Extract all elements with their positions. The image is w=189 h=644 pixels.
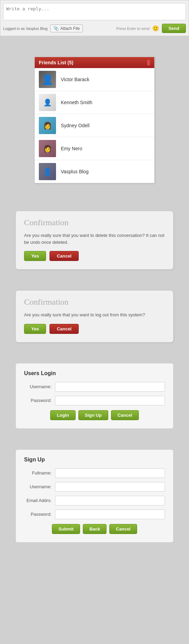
- confirm-yes-button-2[interactable]: Yes: [24, 324, 46, 334]
- login-cancel-button[interactable]: Cancel: [111, 410, 139, 420]
- list-item[interactable]: 👩 Sydney Odell: [35, 114, 154, 137]
- back-button[interactable]: Back: [83, 524, 107, 534]
- confirm-cancel-button-1[interactable]: Cancel: [49, 251, 79, 261]
- confirmation-title-1: Confirmation: [24, 218, 165, 227]
- reply-textarea[interactable]: [3, 3, 186, 20]
- confirmation-message-1: Are you really sure that you want to del…: [24, 232, 165, 245]
- username-label: Username:: [24, 384, 55, 389]
- login-buttons: Login Sign Up Cancel: [24, 410, 165, 420]
- friends-list-header: Friends List (5): [35, 57, 154, 68]
- attach-label: Attach File: [60, 26, 80, 31]
- friends-list-title: Friends List (5): [39, 60, 73, 65]
- confirmation-buttons-1: Yes Cancel: [24, 251, 165, 261]
- password-input[interactable]: [55, 396, 165, 405]
- paperclip-icon: 📎: [53, 26, 59, 31]
- submit-button[interactable]: Submit: [52, 524, 80, 534]
- signup-button[interactable]: Sign Up: [78, 410, 108, 420]
- avatar-image-victor: 👤: [39, 71, 56, 88]
- list-item[interactable]: 👤 Vasplus Blog: [35, 160, 154, 183]
- username-input[interactable]: [55, 382, 165, 392]
- confirm-cancel-button-2[interactable]: Cancel: [49, 324, 79, 334]
- signup-password-input[interactable]: [55, 510, 165, 519]
- avatar-image-kenneth: 👤: [39, 94, 56, 111]
- signup-username-row: Username:: [24, 482, 165, 492]
- avatar: 👤: [39, 71, 56, 88]
- signup-cancel-button[interactable]: Cancel: [109, 524, 137, 534]
- email-row: Email Addrs:: [24, 496, 165, 505]
- friend-name-emy: Emy Nero: [61, 146, 82, 151]
- avatar-image-vasplus: 👤: [39, 163, 56, 180]
- list-item[interactable]: 👤 Victor Barack: [35, 68, 154, 91]
- password-row: Password:: [24, 396, 165, 405]
- email-label: Email Addrs:: [24, 498, 55, 503]
- friend-name-sydney: Sydney Odell: [61, 123, 89, 128]
- list-item[interactable]: 👤 Kenneth Smith: [35, 91, 154, 114]
- list-item[interactable]: 👩 Emy Nero: [35, 137, 154, 160]
- confirmation-dialog-2: Confirmation Are you really sure that yo…: [15, 290, 174, 342]
- avatar: 👩: [39, 140, 56, 157]
- confirmation-title-2: Confirmation: [24, 297, 165, 307]
- avatar: 👤: [39, 163, 56, 180]
- signup-password-label: Password:: [24, 512, 55, 517]
- login-button[interactable]: Login: [50, 410, 75, 420]
- logged-in-label: Logged in as Vasplus Blog: [3, 26, 47, 31]
- signup-panel: Sign Up Fullname: Username: Email Addrs:…: [15, 449, 174, 543]
- fullname-row: Fullname:: [24, 468, 165, 478]
- reply-section: Logged in as Vasplus Blog 📎 Attach File …: [0, 0, 189, 36]
- avatar-image-emy: 👩: [39, 140, 56, 157]
- login-panel: Users Login Username: Password: Login Si…: [15, 363, 174, 429]
- reply-toolbar-left: Logged in as Vasplus Blog 📎 Attach File: [3, 24, 83, 32]
- fullname-label: Fullname:: [24, 470, 55, 476]
- friend-name-kenneth: Kenneth Smith: [61, 100, 92, 105]
- confirmation-dialog-1: Confirmation Are you really sure that yo…: [15, 211, 174, 270]
- avatar: 👤: [39, 94, 56, 111]
- fullname-input[interactable]: [55, 468, 165, 478]
- email-input[interactable]: [55, 496, 165, 505]
- friend-name-victor: Victor Barack: [61, 77, 89, 82]
- confirm-yes-button-1[interactable]: Yes: [24, 251, 46, 261]
- confirmation-buttons-2: Yes Cancel: [24, 324, 165, 334]
- signup-username-input[interactable]: [55, 482, 165, 492]
- friend-name-vasplus: Vasplus Blog: [61, 169, 89, 174]
- signup-username-label: Username:: [24, 484, 55, 489]
- avatar-image-sydney: 👩: [39, 117, 56, 134]
- signup-title: Sign Up: [24, 457, 165, 463]
- friends-list-panel: Friends List (5) 👤 Victor Barack 👤 Kenne…: [34, 57, 155, 183]
- login-title: Users Login: [24, 370, 165, 376]
- reply-toolbar: Logged in as Vasplus Blog 📎 Attach File …: [3, 24, 186, 33]
- press-enter-label: Press Enter to send: [116, 26, 150, 31]
- signup-buttons: Submit Back Cancel: [24, 524, 165, 534]
- avatar: 👩: [39, 117, 56, 134]
- reply-toolbar-right: Press Enter to send 🙂 Send: [116, 24, 186, 33]
- emoji-icon: 🙂: [152, 25, 159, 32]
- signup-password-row: Password:: [24, 510, 165, 519]
- send-button[interactable]: Send: [162, 24, 186, 33]
- attach-file-button[interactable]: 📎 Attach File: [50, 24, 83, 32]
- confirmation-message-2: Are you really sure that you want to log…: [24, 312, 165, 318]
- username-row: Username:: [24, 382, 165, 392]
- friends-header-decoration: [147, 60, 150, 65]
- password-label: Password:: [24, 398, 55, 403]
